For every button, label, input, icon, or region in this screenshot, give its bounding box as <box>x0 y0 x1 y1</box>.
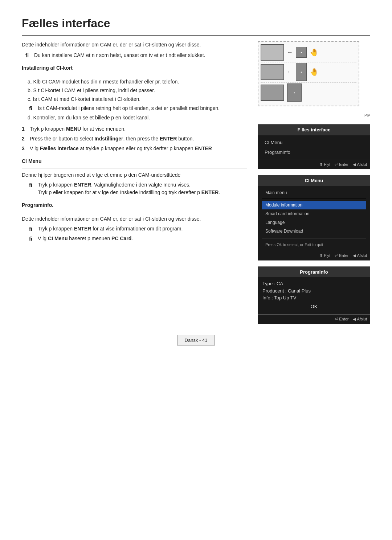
step-2-text: Press the or button to select Indstillin… <box>30 135 194 143</box>
ui-panel-2: CI Menu Main menu Module information Sma… <box>258 175 370 261</box>
fi-prog-note2-text: V lg CI Menu baseret p menuen PC Card. <box>38 235 133 242</box>
step-1: 1 Tryk p knappen MENU for at vise menuen… <box>22 125 247 133</box>
panel3-footer: ⏎ Enter ◀ Afslut <box>258 314 370 324</box>
panel3-footer-afslut: ◀ Afslut <box>353 316 367 322</box>
panel2-body: Main menu Module information Smart card … <box>258 186 370 251</box>
step-a: a. Klb CI CAM-modulet hos din n rmeste f… <box>28 78 247 86</box>
pip-row-2: ← ▪ 🤚 <box>261 63 356 83</box>
page-footer: Dansk - 41 <box>22 335 370 346</box>
step-2: 2 Press the or button to select Indstill… <box>22 135 247 143</box>
left-column: Dette indeholder informationer om CAM er… <box>22 41 247 324</box>
flyt-icon-2: ⬆ <box>319 253 323 259</box>
panel1-item-1: CI Menu <box>262 138 366 148</box>
fi-ci-note1: fi Tryk p knappen ENTER. Valgmulighedern… <box>29 181 247 196</box>
panel1-footer-enter: ⏎ Enter <box>335 161 348 168</box>
fi-note-1-text: Du kan installere CAM et n r som helst, … <box>34 52 205 59</box>
ci-menu-heading: CI Menu <box>22 158 247 165</box>
fi-prog-note1-text: Tryk p knappen ENTER for at vise informa… <box>38 225 183 233</box>
panel1-item-2: Programinfo <box>262 147 366 158</box>
panel3-header: Programinfo <box>258 267 370 278</box>
panel1-body: CI Menu Programinfo <box>258 135 370 160</box>
panel3-ok: OK <box>262 302 366 312</box>
ci-menu-section: CI Menu Denne hj lper brugeren med at v … <box>22 158 247 196</box>
ci-menu-body: Denne hj lper brugeren med at v lge et e… <box>22 171 247 179</box>
tv-screen-2 <box>261 64 284 80</box>
fi-note-c: fi Is t CAM-modulet i pilens retning hel… <box>29 105 247 113</box>
panel1-footer-flyt: ⬆ Flyt <box>319 161 330 168</box>
panel3-item-2: Producent : Canal Plus <box>262 287 366 295</box>
step-d: d. Kontroller, om du kan se et billede p… <box>28 114 247 122</box>
panel3-item-3: Info : Top Up TV <box>262 294 366 302</box>
enter-icon-2: ⏎ <box>335 253 338 259</box>
fi-prog-note2: fi V lg CI Menu baseret p menuen PC Card… <box>29 235 247 243</box>
fi-note-1: fi Du kan installere CAM et n r som hels… <box>25 52 247 60</box>
fi-icon-1: fi <box>25 52 32 60</box>
ui-panel-1: F lles interface CI Menu Programinfo ⬆ F… <box>258 124 370 169</box>
installering-steps: a. Klb CI CAM-modulet hos din n rmeste f… <box>22 78 247 103</box>
panel2-item-module: Module information <box>262 201 366 209</box>
enter-icon-1: ⏎ <box>335 161 338 168</box>
pip-diagram: ← ▪ 🤚 ← ▪ 🤚 ▪ <box>258 41 359 106</box>
hand-icon-1: 🤚 <box>310 47 319 58</box>
tv-screen-3 <box>261 85 284 101</box>
panel2-footer-flyt: ⬆ Flyt <box>319 253 330 259</box>
panel2-footer-afslut: ◀ Afslut <box>353 253 367 259</box>
panel2-header: CI Menu <box>258 175 370 186</box>
card-icon-2: ▪ <box>296 63 307 81</box>
step-3-num: 3 <box>22 145 27 152</box>
pip-row-1: ← ▪ 🤚 <box>261 44 356 62</box>
arrow-2: ← <box>287 68 293 76</box>
installering-heading: Installering af CI-kort <box>22 64 247 72</box>
programinfo-body: Dette indeholder informationer om CAM er… <box>22 215 247 223</box>
hand-icon-2: 🤚 <box>310 66 319 77</box>
panel3-footer-enter: ⏎ Enter <box>335 316 348 322</box>
panel2-note: Press Ok to select, or Exit to quit <box>262 241 366 249</box>
arrow-1: ← <box>287 48 293 57</box>
installering-step-d: d. Kontroller, om du kan se et billede p… <box>22 114 247 122</box>
step-c: c. Is t CAM et med CI-kortet installeret… <box>28 95 247 103</box>
afslut-icon-2: ◀ <box>353 253 356 259</box>
ui-panel-3: Programinfo Type : CA Producent : Canal … <box>258 266 370 324</box>
enter-icon-3: ⏎ <box>335 316 338 322</box>
numbered-steps: 1 Tryk p knappen MENU for at vise menuen… <box>22 125 247 152</box>
panel1-footer: ⬆ Flyt ⏎ Enter ◀ Afslut <box>258 160 370 169</box>
fi-ci-note1-text: Tryk p knappen ENTER. Valgmulighederne i… <box>38 181 220 196</box>
programinfo-heading: Programinfo. <box>22 201 247 209</box>
pip-label: PIP <box>258 113 370 118</box>
fi-icon-prog1: fi <box>29 225 36 233</box>
afslut-icon-3: ◀ <box>353 316 356 322</box>
panel2-item-software: Software Download <box>262 227 366 236</box>
afslut-icon-1: ◀ <box>353 161 356 168</box>
card-icon-3: ▪ <box>287 83 302 102</box>
step-3-text: V lg Fælles interface at trykke p knappe… <box>30 145 212 152</box>
panel3-item-1: Type : CA <box>262 280 366 287</box>
step-2-num: 2 <box>22 135 27 143</box>
fi-icon-ci1: fi <box>29 181 36 189</box>
fi-note-c-text: Is t CAM-modulet i pilens retning helt o… <box>38 105 220 112</box>
step-b: b. S t CI-kortet i CAM et i pilens retni… <box>28 87 247 94</box>
panel2-main-menu: Main menu <box>262 188 366 197</box>
page-number: Dansk - 41 <box>177 335 215 346</box>
panel2-item-language: Language <box>262 218 366 227</box>
fi-icon-prog2: fi <box>29 235 36 243</box>
fi-icon-c: fi <box>29 105 36 113</box>
panel2-footer-enter: ⏎ Enter <box>335 253 348 259</box>
panel1-header: F lles interface <box>258 124 370 135</box>
page-title: Fælles interface <box>22 15 370 36</box>
panel2-footer: ⬆ Flyt ⏎ Enter ◀ Afslut <box>258 251 370 260</box>
step-1-text: Tryk p knappen MENU for at vise menuen. <box>30 125 126 133</box>
panel3-body: Type : CA Producent : Canal Plus Info : … <box>258 277 370 314</box>
card-icon-1: ▪ <box>296 47 307 58</box>
intro-text: Dette indeholder informationer om CAM er… <box>22 41 247 49</box>
flyt-icon-1: ⬆ <box>319 161 323 168</box>
pip-row-3: ▪ <box>261 83 356 103</box>
panel1-footer-afslut: ◀ Afslut <box>353 161 367 168</box>
fi-prog-note1: fi Tryk p knappen ENTER for at vise info… <box>29 225 247 233</box>
step-1-num: 1 <box>22 125 27 133</box>
step-3: 3 V lg Fælles interface at trykke p knap… <box>22 145 247 152</box>
programinfo-section: Programinfo. Dette indeholder informatio… <box>22 201 247 243</box>
tv-screen-1 <box>261 44 284 61</box>
right-column: ← ▪ 🤚 ← ▪ 🤚 ▪ PIP F lles interface CI Me… <box>258 41 370 324</box>
panel2-item-smart: Smart card information <box>262 209 366 218</box>
